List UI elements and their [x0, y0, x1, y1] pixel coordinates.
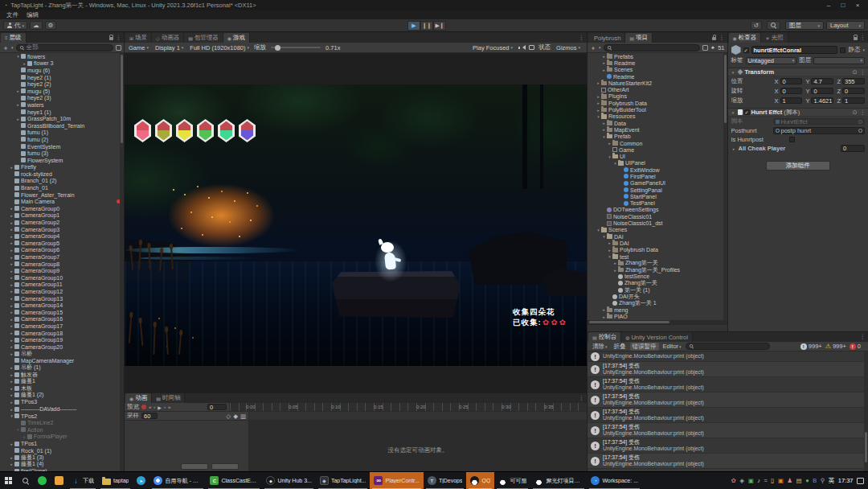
foldout-arrow-icon[interactable]: ▸ — [601, 314, 607, 319]
scene-picker-icon[interactable] — [116, 45, 121, 51]
taskbar-app[interactable]: Workspace: ... — [587, 472, 642, 489]
project-item[interactable]: NoiseClassic01 — [588, 213, 727, 220]
curves-button[interactable] — [211, 463, 239, 470]
foldout-arrow-icon[interactable]: ▸ — [9, 275, 14, 280]
tray-icon[interactable]: ◈ — [739, 477, 744, 484]
foldout-arrow-icon[interactable]: ▾ — [15, 427, 21, 432]
taskbar-app[interactable]: 自用导航 - 个... — [149, 472, 206, 489]
foldout-arrow-icon[interactable]: ▸ — [9, 372, 14, 377]
taskbar-app[interactable]: 下载 — [68, 472, 98, 489]
foldout-arrow-icon[interactable]: ▸ — [9, 289, 14, 294]
game-mode-dropdown[interactable]: Game▾ — [127, 43, 150, 52]
foldout-arrow-icon[interactable]: ▸ — [22, 434, 27, 439]
project-item[interactable]: SettingPanal — [588, 187, 727, 193]
foldout-arrow-icon[interactable]: ▸ — [9, 296, 14, 301]
record-button[interactable] — [141, 405, 146, 409]
project-item[interactable]: Zhang第一关 1 — [588, 300, 727, 306]
project-item[interactable]: ▾ Resources — [588, 113, 727, 120]
project-item[interactable]: OtherArt — [588, 86, 727, 92]
tray-icon[interactable]: ● — [805, 477, 809, 484]
foldout-arrow-icon[interactable]: ▸ — [596, 94, 601, 99]
resolution-dropdown[interactable]: Full HD (1920x1080)▾ — [188, 43, 251, 52]
layers-dropdown[interactable]: 图层▾ — [785, 21, 824, 30]
console-tab[interactable]: ▤ 控制台 — [588, 332, 621, 342]
kebab-menu-icon[interactable]: ⋮ — [116, 34, 122, 41]
add-component-button[interactable]: 添加组件 — [766, 161, 830, 171]
view-tab[interactable]: ▤ 包管理器 — [184, 33, 223, 43]
hierarchy-item[interactable]: ▸ TPos1 — [0, 440, 124, 447]
lock-icon[interactable] — [712, 37, 716, 40]
animation-tab[interactable]: ◉ 动画 — [125, 393, 152, 403]
scale-y-field[interactable]: 1.4621 — [811, 97, 833, 105]
mute-audio-icon[interactable] — [518, 44, 525, 51]
hierarchy-item[interactable]: TimeLine2 — [0, 419, 124, 426]
foldout-arrow-icon[interactable]: ▸ — [601, 60, 607, 65]
project-item[interactable]: ▸ Common — [588, 140, 727, 146]
hierarchy-item[interactable]: ▸ 触发器 — [0, 371, 124, 378]
posthunrt-object-field[interactable]: postp hunrt — [773, 127, 866, 134]
project-item[interactable]: ExitWindow — [588, 166, 727, 173]
rot-x-field[interactable]: 0 — [780, 88, 803, 95]
hierarchy-item[interactable]: ▸ Firefly — [0, 164, 124, 171]
slider-knob[interactable] — [275, 45, 280, 51]
foldout-arrow-icon[interactable]: ▸ — [9, 351, 14, 356]
hierarchy-scrollbar[interactable] — [120, 53, 124, 471]
first-frame-button[interactable]: « — [149, 405, 151, 409]
foldout-arrow-icon[interactable]: ▸ — [9, 331, 14, 335]
chevron-down-icon[interactable]: ▾ — [862, 47, 865, 52]
hierarchy-item[interactable]: Main Camera — [0, 198, 124, 205]
foldout-arrow-icon[interactable]: ▸ — [9, 344, 14, 349]
script-component-header[interactable]: ▾ ✓ Hunrt Effct (脚本) ⊙⋮ — [728, 108, 868, 117]
active-checkbox[interactable]: ✓ — [743, 47, 749, 53]
foldout-arrow-icon[interactable]: ▸ — [9, 303, 14, 308]
hierarchy-item[interactable]: ▸ 藤蔓1 (3) — [0, 454, 124, 461]
foldout-arrow-icon[interactable]: ▾ — [601, 234, 607, 239]
project-item[interactable]: Readme — [588, 73, 727, 80]
tray-icon[interactable]: B — [813, 477, 817, 484]
hierarchy-item[interactable]: ▸ mugu (5) — [0, 88, 124, 95]
hierarchy-item[interactable]: ▸ CameraGroup13 — [0, 295, 124, 302]
foldout-arrow-icon[interactable]: ▾ — [596, 228, 601, 232]
favorites-icon[interactable]: ✦ — [710, 44, 715, 51]
foldout-arrow-icon[interactable]: ▸ — [9, 261, 14, 266]
script-object-field[interactable]: HunrtEffct — [773, 118, 866, 125]
hierarchy-item[interactable]: ▸ CameraGroup5 — [0, 240, 124, 247]
foldout-arrow-icon[interactable]: ▸ — [9, 227, 14, 232]
add-event-icon[interactable]: ◆ — [233, 413, 238, 420]
hierarchy-item[interactable]: ▸ CameraGroup6 — [0, 247, 124, 254]
object-picker-icon[interactable] — [858, 129, 862, 133]
scale-x-field[interactable]: 1 — [780, 97, 803, 105]
foldout-arrow-icon[interactable]: ▸ — [9, 392, 14, 397]
project-item[interactable]: TestPanel — [588, 200, 727, 207]
step-button[interactable]: ▶❙ — [433, 21, 446, 31]
animation-tab[interactable]: ▤ 时间轴 — [152, 393, 185, 403]
foldout-arrow-icon[interactable]: ▸ — [601, 121, 607, 125]
clear-button[interactable]: 清除▾ — [590, 343, 610, 351]
foldout-arrow-icon[interactable]: ▸ — [9, 379, 14, 384]
foldout-arrow-icon[interactable]: ▸ — [731, 146, 737, 151]
gameobject-name-field[interactable]: hunrtEffctConral — [751, 46, 838, 54]
hierarchy-item[interactable]: ▸ CameraGroup1 — [0, 212, 124, 220]
foldout-arrow-icon[interactable]: ▸ — [596, 101, 601, 105]
kebab-menu-icon[interactable]: ⋮ — [860, 34, 866, 41]
kebab-menu-icon[interactable]: ⋮ — [860, 333, 866, 340]
view-tab[interactable]: ◉ 游戏 — [223, 33, 250, 43]
hierarchy-item[interactable]: ▸ GrassPatch_10m — [0, 115, 124, 122]
taskbar-app[interactable]: taptap — [98, 472, 133, 489]
project-item[interactable]: ▸ PIAO — [588, 314, 727, 320]
foldout-arrow-icon[interactable]: ▾ — [607, 254, 612, 259]
hierarchy-item[interactable]: ▸ TPos3 — [0, 399, 124, 406]
object-picker-icon[interactable] — [858, 120, 862, 124]
foldout-arrow-icon[interactable]: ▸ — [9, 310, 14, 314]
scale-slider[interactable] — [271, 47, 321, 48]
hierarchy-item[interactable]: ▾ TPos2 — [0, 413, 124, 420]
foldout-arrow-icon[interactable]: ▸ — [596, 80, 601, 85]
hierarchy-item[interactable]: ▾ flowers — [0, 53, 124, 60]
hierarchy-item[interactable]: ▸ CameraGroup14 — [0, 302, 124, 309]
foldout-arrow-icon[interactable]: ▸ — [607, 240, 612, 245]
static-checkbox[interactable] — [840, 47, 845, 53]
taskbar-app[interactable]: 可可脂 — [494, 472, 530, 489]
hierarchy-item[interactable]: fumu (3) — [0, 150, 124, 157]
taskbar-app[interactable]: QQ — [466, 472, 494, 489]
settings-button[interactable]: ⚙ — [45, 21, 57, 30]
